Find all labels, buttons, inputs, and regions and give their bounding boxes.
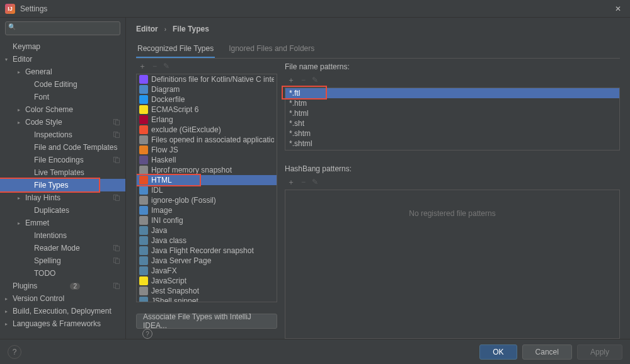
filetype-label: Dockerfile xyxy=(151,95,185,104)
hashbang-placeholder: No registered file patterns xyxy=(285,190,619,237)
sidebar-item-editor[interactable]: ▾Editor xyxy=(0,53,125,65)
ok-button[interactable]: OK xyxy=(479,344,517,360)
tab-recognized[interactable]: Recognized File Types xyxy=(136,40,215,58)
filetype-label: Java Server Page xyxy=(151,256,211,265)
filetype-item[interactable]: ECMAScript 6 xyxy=(137,105,277,115)
breadcrumb-leaf: File Types xyxy=(173,25,209,33)
sidebar-item-inlay-hints[interactable]: ▸Inlay Hints xyxy=(0,191,125,204)
sidebar-item-keymap[interactable]: Keymap xyxy=(0,40,125,53)
sidebar-item-plugins[interactable]: Plugins2 xyxy=(0,280,125,292)
tree-item-label: Color Scheme xyxy=(25,105,73,114)
edit-icon[interactable]: ✎ xyxy=(312,178,318,186)
filetype-item[interactable]: Erlang xyxy=(137,115,277,125)
sidebar-item-version-control[interactable]: ▸Version Control xyxy=(0,292,125,305)
svg-rect-5 xyxy=(116,158,120,163)
sidebar-item-todo[interactable]: TODO xyxy=(0,267,125,280)
filetype-item[interactable]: JShell snippet xyxy=(137,296,277,302)
sidebar-item-general[interactable]: ▸General xyxy=(0,65,125,78)
chevron-right-icon: ▸ xyxy=(18,107,25,113)
add-icon[interactable]: ＋ xyxy=(139,61,146,72)
add-icon[interactable]: ＋ xyxy=(287,177,295,188)
sidebar-item-inspections[interactable]: Inspections xyxy=(0,128,125,141)
edit-icon[interactable]: ✎ xyxy=(312,76,318,84)
chevron-right-icon: ▸ xyxy=(18,195,25,201)
sidebar-item-languages-frameworks[interactable]: ▸Languages & Frameworks xyxy=(0,317,125,330)
filetype-item[interactable]: Image xyxy=(137,205,277,215)
filetype-item[interactable]: Dockerfile xyxy=(137,94,277,105)
add-icon[interactable]: ＋ xyxy=(287,75,295,86)
filetype-item[interactable]: IDL xyxy=(137,185,277,195)
tree-item-label: Keymap xyxy=(13,42,40,51)
filetype-label: Jest Snapshot xyxy=(151,287,199,295)
sidebar-item-duplicates[interactable]: Duplicates xyxy=(0,204,125,217)
sidebar-item-intentions[interactable]: Intentions xyxy=(0,229,125,242)
sidebar-item-font[interactable]: Font xyxy=(0,91,125,103)
filetype-label: JShell snippet xyxy=(151,297,198,302)
filetype-item[interactable]: Hprof memory snapshot xyxy=(137,165,277,175)
filetype-item[interactable]: Java Server Page xyxy=(137,256,277,266)
associate-button[interactable]: Associate File Types with IntelliJ IDEA.… xyxy=(136,314,277,329)
filetype-item[interactable]: INI config xyxy=(137,215,277,225)
search-input[interactable] xyxy=(5,21,120,35)
filetype-item[interactable]: JavaFX xyxy=(137,266,277,276)
sidebar-item-color-scheme[interactable]: ▸Color Scheme xyxy=(0,103,125,116)
help-icon[interactable]: ? xyxy=(142,329,152,339)
filetype-item[interactable]: ignore-glob (Fossil) xyxy=(137,195,277,205)
tree-item-label: TODO xyxy=(34,269,55,278)
pattern-item[interactable]: *.sht xyxy=(285,118,619,128)
filetype-item[interactable]: Haskell xyxy=(137,155,277,165)
sidebar-item-file-types[interactable]: File Types xyxy=(0,179,125,191)
filetype-icon xyxy=(139,105,148,114)
pattern-item[interactable]: *.htm xyxy=(285,98,619,108)
help-button[interactable]: ? xyxy=(8,345,21,359)
tree-item-label: Code Editing xyxy=(34,80,77,89)
filetype-label: JavaFX xyxy=(151,266,177,275)
remove-icon[interactable]: − xyxy=(301,76,306,84)
patterns-label: File name patterns: xyxy=(285,59,620,72)
pattern-item[interactable]: *.shtm xyxy=(285,128,619,139)
hashbang-label: HashBang patterns: xyxy=(285,161,620,174)
sidebar-item-code-style[interactable]: ▸Code Style xyxy=(0,116,125,128)
edit-icon[interactable]: ✎ xyxy=(163,62,169,71)
hashbang-list[interactable]: No registered file patterns xyxy=(285,190,620,339)
filetype-label: Diagram xyxy=(151,85,180,94)
tab-ignored[interactable]: Ignored Files and Folders xyxy=(227,40,316,58)
filetype-icon xyxy=(139,156,148,164)
remove-icon[interactable]: − xyxy=(301,178,306,186)
pattern-item[interactable]: *.ftl xyxy=(285,88,619,98)
filetype-item[interactable]: Java class xyxy=(137,236,277,246)
filetype-item[interactable]: HTML xyxy=(137,175,277,185)
remove-icon[interactable]: − xyxy=(152,62,157,71)
filetype-item[interactable]: JavaScript xyxy=(137,276,277,286)
filetype-item[interactable]: Java xyxy=(137,225,277,236)
per-project-icon xyxy=(113,131,120,139)
filetype-item[interactable]: Jest Snapshot xyxy=(137,286,277,296)
filetype-item[interactable]: Java Flight Recorder snapshot xyxy=(137,246,277,256)
cancel-button[interactable]: Cancel xyxy=(522,344,572,360)
settings-tree[interactable]: Keymap▾Editor▸GeneralCode EditingFont▸Co… xyxy=(0,39,125,339)
close-icon[interactable]: ✕ xyxy=(611,3,625,14)
chevron-right-icon: ▸ xyxy=(5,309,13,314)
breadcrumb-root[interactable]: Editor xyxy=(136,25,158,33)
filetype-item[interactable]: Flow JS xyxy=(137,145,277,155)
patterns-list[interactable]: *.ftl*.htm*.html*.sht*.shtm*.shtml xyxy=(285,88,620,151)
pattern-item[interactable]: *.shtml xyxy=(285,139,619,149)
sidebar-item-code-editing[interactable]: Code Editing xyxy=(0,78,125,91)
svg-rect-1 xyxy=(116,120,120,125)
filetype-item[interactable]: Files opened in associated applications xyxy=(137,135,277,145)
filetype-item[interactable]: exclude (GitExclude) xyxy=(137,125,277,135)
sidebar-item-build-execution-deployment[interactable]: ▸Build, Execution, Deployment xyxy=(0,305,125,317)
filetype-item[interactable]: Diagram xyxy=(137,84,277,94)
sidebar-item-file-encodings[interactable]: File Encodings xyxy=(0,154,125,166)
filetype-label: HTML xyxy=(151,176,172,185)
sidebar-item-file-and-code-templates[interactable]: File and Code Templates xyxy=(0,141,125,154)
sidebar-item-emmet[interactable]: ▸Emmet xyxy=(0,217,125,229)
pattern-item[interactable]: *.html xyxy=(285,108,619,118)
sidebar-item-spelling[interactable]: Spelling xyxy=(0,254,125,267)
filetype-list[interactable]: Definitions file for Kotlin/Native C int… xyxy=(136,74,277,302)
apply-button[interactable]: Apply xyxy=(577,344,622,360)
filetype-item[interactable]: Definitions file for Kotlin/Native C int… xyxy=(137,74,277,84)
sidebar-item-reader-mode[interactable]: Reader Mode xyxy=(0,242,125,254)
tree-item-label: Reader Mode xyxy=(34,244,80,253)
sidebar-item-live-templates[interactable]: Live Templates xyxy=(0,166,125,179)
